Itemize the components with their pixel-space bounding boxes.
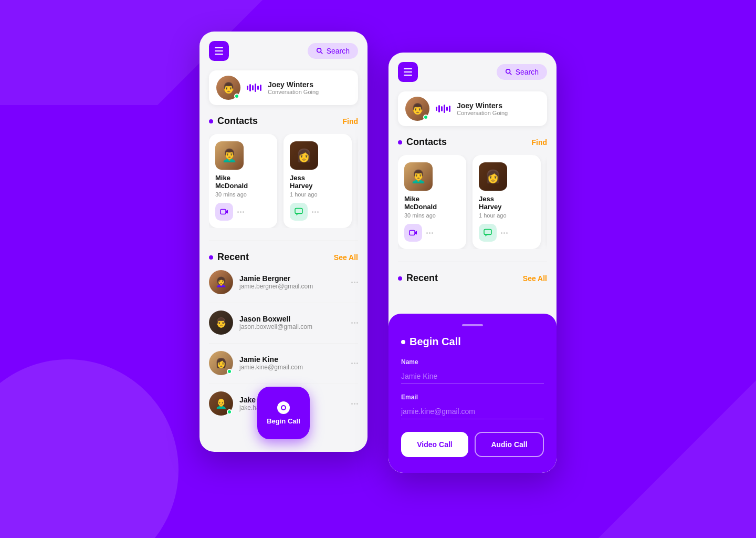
recent-avatar-wrapper-jamie-b: 👩‍🦱	[209, 270, 233, 294]
chat-icon-jess	[295, 208, 303, 216]
waveform-2	[436, 105, 450, 113]
svg-rect-3	[295, 209, 302, 214]
caller-status-2: Conversation Going	[457, 110, 540, 116]
online-dot-jamie-k	[227, 369, 232, 374]
recent-name-jamie-b: Jamie Bergner	[239, 274, 345, 283]
recent-avatar-wrapper-jason: 👨	[209, 311, 233, 335]
begin-call-dot	[401, 340, 405, 344]
video-call-mike[interactable]	[215, 203, 233, 221]
recent-dot-1	[209, 255, 213, 260]
contact-time-mike-2: 30 mins ago	[404, 212, 460, 219]
contacts-dot-1	[209, 119, 213, 123]
recent-more-jamie-k[interactable]	[351, 363, 358, 364]
recent-name-jason: Jason Boxwell	[239, 315, 345, 323]
contacts-find-1[interactable]: Find	[342, 117, 358, 126]
search-button-1[interactable]: Search	[308, 43, 358, 59]
online-indicator-2	[423, 115, 428, 120]
top-bar-1: Search	[209, 41, 358, 61]
contacts-title-2: Contacts	[406, 137, 527, 148]
search-label-1: Search	[327, 47, 350, 55]
name-label: Name	[401, 358, 544, 366]
more-options-mike[interactable]	[237, 211, 244, 213]
recent-see-all-1[interactable]: See All	[334, 253, 358, 262]
contact-card-mike: 👨‍🦱 MikeMcDonald 30 mins ago	[209, 134, 277, 228]
contact-card-mike-2: 👨‍🦱 MikeMcDonald 30 mins ago	[398, 155, 466, 249]
caller-status-1: Conversation Going	[268, 89, 351, 95]
recent-email-jamie-k: jamie.kine@gmail.com	[239, 364, 345, 371]
begin-call-fab[interactable]: Begin Call	[257, 387, 310, 439]
contact-avatar-jess: 👩	[290, 141, 318, 170]
contact-name-jess: JessHarvey	[290, 174, 345, 190]
contact-actions-jess-2	[479, 224, 534, 242]
hamburger-line	[404, 68, 412, 69]
hamburger-line	[404, 71, 412, 73]
video-call-button[interactable]: Video Call	[401, 432, 468, 457]
contact-name-mike: MikeMcDonald	[215, 174, 271, 190]
caller-avatar-wrapper-1: 👨	[216, 76, 240, 100]
waveform-1	[247, 84, 261, 92]
svg-line-1	[320, 52, 322, 54]
panel-handle	[462, 324, 483, 326]
contact-time-mike: 30 mins ago	[215, 191, 271, 198]
hamburger-line	[404, 75, 412, 76]
recent-info-jason: Jason Boxwell jason.boxwell@gmail.com	[239, 315, 345, 330]
contact-actions-mike	[215, 203, 271, 221]
contacts-dot-2	[398, 140, 402, 144]
chat-jess-2[interactable]	[479, 224, 497, 242]
active-call-banner-2: 👨 Joey Winters Conversation Going	[398, 91, 547, 126]
contacts-section-header-2: Contacts Find	[398, 137, 547, 148]
svg-point-5	[282, 406, 285, 409]
svg-point-6	[506, 69, 510, 74]
recent-title-2: Recent	[406, 273, 519, 284]
recent-more-jamie-b[interactable]	[351, 282, 358, 283]
contact-name-jess-2: JessHarvey	[479, 195, 534, 211]
svg-rect-2	[220, 210, 226, 214]
recent-more-jason[interactable]	[351, 322, 358, 324]
recent-email-jamie-b: jamie.bergner@gmail.com	[239, 283, 345, 290]
hamburger-button-1[interactable]	[209, 41, 229, 61]
contact-actions-mike-2	[404, 224, 460, 242]
recent-see-all-2[interactable]: See All	[523, 274, 547, 283]
online-dot-jake	[227, 409, 232, 415]
fab-icon	[277, 401, 290, 414]
contact-card-jess-2: 👩 JessHarvey 1 hour ago	[472, 155, 541, 249]
more-options-jess-2[interactable]	[501, 232, 508, 234]
divider-2	[398, 262, 547, 262]
begin-call-header: Begin Call	[401, 336, 544, 348]
recent-avatar-wrapper-jamie-k: 👩	[209, 351, 233, 375]
chat-jess[interactable]	[290, 203, 308, 221]
recent-name-jamie-k: Jamie Kine	[239, 355, 345, 364]
divider-1	[209, 241, 358, 241]
online-indicator-1	[234, 94, 239, 99]
name-input[interactable]	[401, 369, 544, 384]
contact-time-jess: 1 hour ago	[290, 191, 345, 198]
more-options-jess[interactable]	[312, 211, 319, 213]
contacts-find-2[interactable]: Find	[531, 138, 547, 147]
contact-avatar-mike: 👨‍🦱	[215, 141, 244, 170]
contact-time-jess-2: 1 hour ago	[479, 212, 534, 219]
phone-icon-fab	[280, 405, 287, 411]
video-icon-mike	[220, 208, 228, 216]
contacts-row-1: 👨‍🦱 MikeMcDonald 30 mins ago	[209, 134, 358, 228]
contact-name-mike-2: MikeMcDonald	[404, 195, 460, 211]
phone-1: Search 👨	[200, 32, 368, 452]
recent-more-jake[interactable]	[351, 403, 358, 405]
audio-call-button[interactable]: Audio Call	[475, 432, 544, 457]
search-icon-2	[505, 68, 512, 76]
contact-avatar-jess-2: 👩	[479, 162, 507, 191]
search-label-2: Search	[516, 68, 539, 76]
recent-section-header-2: Recent See All	[398, 273, 547, 284]
search-icon-1	[316, 47, 323, 55]
more-options-mike-2[interactable]	[426, 232, 433, 234]
email-input[interactable]	[401, 404, 544, 419]
email-label: Email	[401, 394, 544, 401]
video-call-mike-2[interactable]	[404, 224, 422, 242]
search-button-2[interactable]: Search	[497, 64, 547, 80]
name-field: Name	[401, 358, 544, 384]
email-field: Email	[401, 394, 544, 419]
hamburger-line	[215, 50, 223, 51]
bg-triangle-right	[598, 380, 756, 538]
hamburger-button-2[interactable]	[398, 62, 418, 82]
recent-email-jason: jason.boxwell@gmail.com	[239, 323, 345, 330]
contacts-title-1: Contacts	[217, 116, 338, 127]
